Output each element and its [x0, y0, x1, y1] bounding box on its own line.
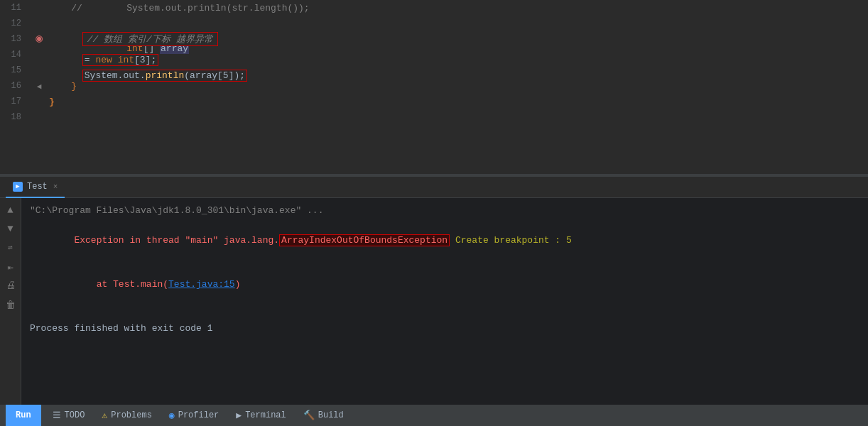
code-line-11: 11 // System.out.println(str.length());: [0, 0, 868, 16]
line-number-15: 15: [0, 65, 32, 75]
run-label-text: Run: [16, 410, 31, 420]
scroll-down-button[interactable]: ▼: [3, 221, 18, 236]
code-editor: 11 // System.out.println(str.length()); …: [0, 0, 868, 174]
status-item-build[interactable]: 🔨 Build: [295, 405, 352, 426]
status-item-problems[interactable]: ⚠ Problems: [93, 405, 160, 426]
gutter-16: ◀: [32, 82, 46, 91]
profiler-label: Profiler: [178, 410, 219, 420]
wrap-button[interactable]: ⇌: [3, 239, 18, 255]
run-panel-header: ▶ Test ×: [0, 177, 868, 198]
problems-icon: ⚠: [102, 410, 107, 421]
line-number-11: 11: [0, 3, 32, 13]
output-line-exit: Process finished with exit code 1: [30, 322, 859, 337]
run-panel: ▶ Test × ▲ ▼ ⇌ ⇤ 🖨 🗑 "C:\Program Files\J…: [0, 177, 868, 405]
run-content: ▲ ▼ ⇌ ⇤ 🖨 🗑 "C:\Program Files\Java\jdk1.…: [0, 198, 868, 405]
gutter-13: ◉: [32, 33, 46, 45]
print-button[interactable]: 🖨: [3, 278, 18, 293]
line-number-14: 14: [0, 50, 32, 60]
build-label: Build: [318, 410, 344, 420]
code-line-17: 17 }: [0, 94, 868, 109]
line-content-11: // System.out.println(str.length());: [46, 3, 868, 13]
line-content-17: }: [46, 97, 868, 107]
output-line-blank: [30, 307, 859, 322]
line-number-12: 12: [0, 18, 32, 28]
run-sidebar: ▲ ▼ ⇌ ⇤ 🖨 🗑: [0, 198, 21, 405]
line-content-16: }: [46, 81, 868, 92]
code-line-15: 15 System.out.println(array[5]);: [0, 62, 868, 78]
exception-suffix: Create breakpoint : 5: [450, 235, 572, 246]
terminal-label: Terminal: [245, 410, 286, 420]
todo-label: TODO: [65, 410, 85, 420]
status-bar: Run ☰ TODO ⚠ Problems ◉ Profiler ▶ Termi…: [0, 405, 868, 426]
build-icon: 🔨: [303, 410, 315, 421]
status-item-todo[interactable]: ☰ TODO: [44, 405, 94, 426]
output-line-stacktrace: at Test.main(Test.java:15): [30, 263, 859, 307]
problems-label: Problems: [111, 410, 152, 420]
code-line-18: 18: [0, 109, 868, 125]
line-number-18: 18: [0, 112, 32, 122]
status-item-profiler[interactable]: ◉ Profiler: [161, 405, 227, 426]
status-item-terminal[interactable]: ▶ Terminal: [227, 405, 294, 426]
run-tab-test[interactable]: ▶ Test ×: [6, 177, 65, 198]
code-line-16: 16 ◀ }: [0, 78, 868, 94]
run-label-button[interactable]: Run: [6, 405, 41, 426]
stacktrace-link[interactable]: Test.java:15: [168, 279, 235, 290]
profiler-icon: ◉: [169, 410, 175, 421]
scroll-up-button[interactable]: ▲: [3, 202, 18, 218]
output-line-1: "C:\Program Files\Java\jdk1.8.0_301\bin\…: [30, 204, 859, 219]
output-line-exception: Exception in thread "main" java.lang.Arr…: [30, 219, 859, 263]
line-content-13: // 数组 索引/下标 越界异常: [46, 21, 868, 57]
code-line-13: 13 ◉ // 数组 索引/下标 越界异常: [0, 31, 868, 47]
run-tab-label: Test: [27, 182, 48, 192]
run-output: "C:\Program Files\Java\jdk1.8.0_301\bin\…: [21, 198, 868, 405]
delete-button[interactable]: 🗑: [3, 297, 18, 313]
exception-prefix: Exception in thread "main" java.lang.: [74, 235, 279, 246]
terminal-icon: ▶: [236, 410, 242, 421]
stacktrace-end: ): [235, 279, 241, 290]
clear-button[interactable]: ⇤: [3, 259, 18, 275]
line-number-16: 16: [0, 81, 32, 91]
line-number-13: 13: [0, 34, 32, 44]
exception-class[interactable]: ArrayIndexOutOfBoundsException: [279, 234, 450, 246]
stacktrace-prefix: at Test.main(: [74, 279, 168, 290]
run-tab-close[interactable]: ×: [53, 182, 58, 191]
tab-test-icon: ▶: [13, 182, 23, 192]
todo-icon: ☰: [53, 410, 61, 421]
line-number-17: 17: [0, 97, 32, 106]
